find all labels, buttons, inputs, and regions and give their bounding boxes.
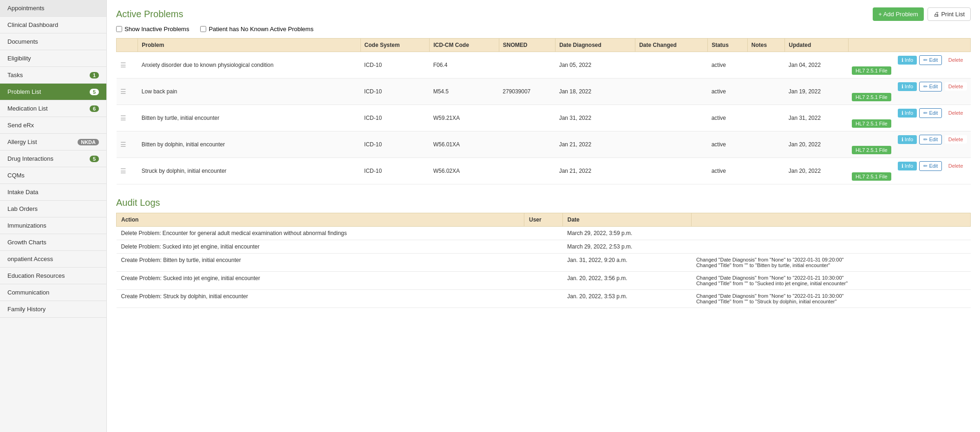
code-system-cell: ICD-10	[360, 52, 430, 79]
sidebar-item-education-resources[interactable]: Education Resources	[0, 268, 106, 284]
notes-cell	[747, 105, 784, 131]
drag-handle-icon[interactable]: ☰	[120, 88, 126, 95]
sidebar-item-documents[interactable]: Documents	[0, 33, 106, 50]
sidebar-item-tasks[interactable]: Tasks1	[0, 67, 106, 84]
sidebar-item-intake-data[interactable]: Intake Data	[0, 184, 106, 201]
edit-button[interactable]: ✏ Edit	[919, 82, 942, 92]
action-buttons-top: ℹ Info ✏ Edit Delete	[852, 135, 967, 144]
edit-button[interactable]: ✏ Edit	[919, 161, 942, 171]
sidebar-item-label-lab-orders: Lab Orders	[7, 205, 38, 212]
drag-handle-icon[interactable]: ☰	[120, 167, 126, 175]
audit-notes-cell	[692, 227, 971, 240]
sidebar-item-send-erx[interactable]: Send eRx	[0, 117, 106, 134]
problems-tbody: ☰ Anxiety disorder due to known physiolo…	[117, 52, 971, 184]
edit-button[interactable]: ✏ Edit	[919, 55, 942, 65]
hl7-file-button[interactable]: HL7 2.5.1 File	[852, 93, 891, 101]
sidebar-item-appointments[interactable]: Appointments	[0, 0, 106, 17]
sidebar: AppointmentsClinical DashboardDocumentsE…	[0, 0, 107, 432]
delete-button[interactable]: Delete	[945, 82, 967, 91]
hl7-file-button[interactable]: HL7 2.5.1 File	[852, 146, 891, 154]
delete-button[interactable]: Delete	[945, 109, 967, 117]
sidebar-item-medication-list[interactable]: Medication List6	[0, 100, 106, 117]
info-button[interactable]: ℹ Info	[898, 82, 917, 91]
delete-button[interactable]: Delete	[945, 135, 967, 144]
main-content: Active Problems + Add Problem 🖨 Print Li…	[107, 0, 980, 432]
table-header-row: Problem Code System ICD-CM Code SNOMED D…	[117, 39, 971, 52]
sidebar-item-label-problem-list: Problem List	[7, 88, 41, 95]
col-date-changed: Date Changed	[635, 39, 708, 52]
delete-button[interactable]: Delete	[945, 162, 967, 170]
print-list-button[interactable]: 🖨 Print List	[928, 7, 971, 21]
show-inactive-label[interactable]: Show Inactive Problems	[116, 26, 189, 33]
updated-cell: Jan 19, 2022	[785, 79, 848, 105]
date-diagnosed-cell: Jan 05, 2022	[555, 52, 635, 79]
sidebar-item-label-cqms: CQMs	[7, 172, 25, 179]
status-cell: active	[708, 79, 748, 105]
audit-row: Delete Problem: Sucked into jet engine, …	[117, 240, 971, 254]
sidebar-item-label-send-erx: Send eRx	[7, 122, 34, 129]
action-buttons-top: ℹ Info ✏ Edit Delete	[852, 82, 967, 92]
drag-handle-icon[interactable]: ☰	[120, 61, 126, 69]
snomed-cell	[499, 52, 555, 79]
col-actions	[848, 39, 970, 52]
sidebar-item-eligibility[interactable]: Eligibility	[0, 50, 106, 67]
notes-cell	[747, 79, 784, 105]
audit-tbody: Delete Problem: Encounter for general ad…	[117, 227, 971, 308]
sidebar-item-label-immunizations: Immunizations	[7, 222, 46, 229]
add-problem-button[interactable]: + Add Problem	[873, 7, 924, 21]
sidebar-item-cqms[interactable]: CQMs	[0, 167, 106, 184]
col-icd-cm-code: ICD-CM Code	[430, 39, 499, 52]
drag-handle-icon[interactable]: ☰	[120, 141, 126, 148]
info-button[interactable]: ℹ Info	[898, 56, 917, 65]
drag-handle-icon[interactable]: ☰	[120, 114, 126, 122]
hl7-file-button[interactable]: HL7 2.5.1 File	[852, 66, 891, 75]
hl7-file-button[interactable]: HL7 2.5.1 File	[852, 119, 891, 128]
no-known-label[interactable]: Patient has No Known Active Problems	[200, 26, 313, 33]
sidebar-item-problem-list[interactable]: Problem List5	[0, 84, 106, 100]
actions-cell: ℹ Info ✏ Edit Delete HL7 2.5.1 File	[848, 52, 970, 79]
audit-header-row: Action User Date	[117, 213, 971, 227]
sidebar-item-label-family-history: Family History	[7, 306, 46, 313]
actions-cell: ℹ Info ✏ Edit Delete HL7 2.5.1 File	[848, 79, 970, 105]
sidebar-badge-allergy-list: NKDA	[78, 139, 99, 145]
sidebar-item-label-onpatient-access: onpatient Access	[7, 255, 53, 262]
date-changed-cell	[635, 105, 708, 131]
sidebar-item-immunizations[interactable]: Immunizations	[0, 217, 106, 234]
sidebar-item-drug-interactions[interactable]: Drug Interactions5	[0, 151, 106, 167]
sidebar-item-growth-charts[interactable]: Growth Charts	[0, 234, 106, 251]
problem-cell: Low back pain	[138, 79, 360, 105]
snomed-cell: 279039007	[499, 79, 555, 105]
sidebar-item-label-communication: Communication	[7, 289, 49, 296]
col-drag	[117, 39, 138, 52]
audit-action-cell: Create Problem: Sucked into jet engine, …	[117, 272, 524, 290]
info-button[interactable]: ℹ Info	[898, 162, 917, 170]
sidebar-item-communication[interactable]: Communication	[0, 284, 106, 301]
edit-button[interactable]: ✏ Edit	[919, 135, 942, 144]
sidebar-item-lab-orders[interactable]: Lab Orders	[0, 201, 106, 217]
audit-date-cell: Jan. 20, 2022, 3:53 p.m.	[562, 290, 692, 308]
audit-user-cell	[524, 272, 563, 290]
sidebar-item-label-medication-list: Medication List	[7, 105, 48, 112]
info-button[interactable]: ℹ Info	[898, 135, 917, 144]
hl7-file-button[interactable]: HL7 2.5.1 File	[852, 172, 891, 181]
sidebar-item-allergy-list[interactable]: Allergy ListNKDA	[0, 134, 106, 151]
status-cell: active	[708, 131, 748, 158]
no-known-checkbox[interactable]	[200, 26, 206, 32]
audit-action-cell: Create Problem: Struck by dolphin, initi…	[117, 290, 524, 308]
updated-cell: Jan 20, 2022	[785, 131, 848, 158]
sidebar-item-family-history[interactable]: Family History	[0, 301, 106, 318]
updated-cell: Jan 04, 2022	[785, 52, 848, 79]
show-inactive-checkbox[interactable]	[116, 26, 122, 32]
problem-cell: Bitten by dolphin, initial encounter	[138, 131, 360, 158]
audit-date-cell: Jan. 31, 2022, 9:20 a.m.	[562, 254, 692, 272]
table-row: ☰ Struck by dolphin, initial encounter I…	[117, 158, 971, 184]
sidebar-item-clinical-dashboard[interactable]: Clinical Dashboard	[0, 17, 106, 33]
icd-cm-code-cell: W56.01XA	[430, 131, 499, 158]
edit-button[interactable]: ✏ Edit	[919, 108, 942, 118]
date-changed-cell	[635, 131, 708, 158]
problem-cell: Bitten by turtle, initial encounter	[138, 105, 360, 131]
sidebar-item-onpatient-access[interactable]: onpatient Access	[0, 251, 106, 268]
info-button[interactable]: ℹ Info	[898, 109, 917, 118]
sidebar-item-label-tasks: Tasks	[7, 72, 23, 79]
delete-button[interactable]: Delete	[945, 56, 967, 64]
